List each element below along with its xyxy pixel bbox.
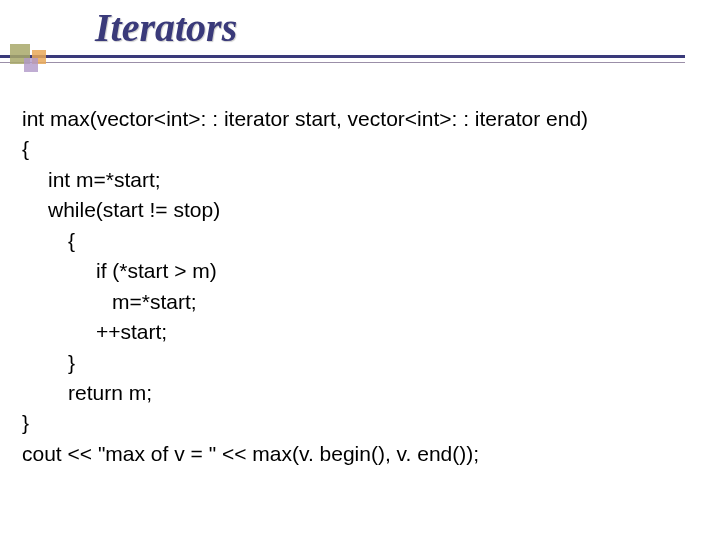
code-line-9: } [22,348,588,378]
code-line-5: { [22,226,588,256]
code-line-8: ++start; [22,317,588,347]
code-block: int max(vector<int>: : iterator start, v… [22,104,588,469]
slide-title: Iterators [95,4,237,51]
code-line-10: return m; [22,378,588,408]
code-line-6: if (*start > m) [22,256,588,286]
code-line-3: int m=*start; [22,165,588,195]
code-line-12: cout << "max of v = " << max(v. begin(),… [22,439,588,469]
thick-rule [0,55,685,58]
code-line-7: m=*start; [22,287,588,317]
code-line-2: { [22,134,588,164]
decoration-box-purple [24,58,38,72]
thin-rule [0,62,685,63]
slide-header: Iterators [0,0,720,70]
code-line-4: while(start != stop) [22,195,588,225]
code-line-1: int max(vector<int>: : iterator start, v… [22,104,588,134]
code-line-11: } [22,408,588,438]
